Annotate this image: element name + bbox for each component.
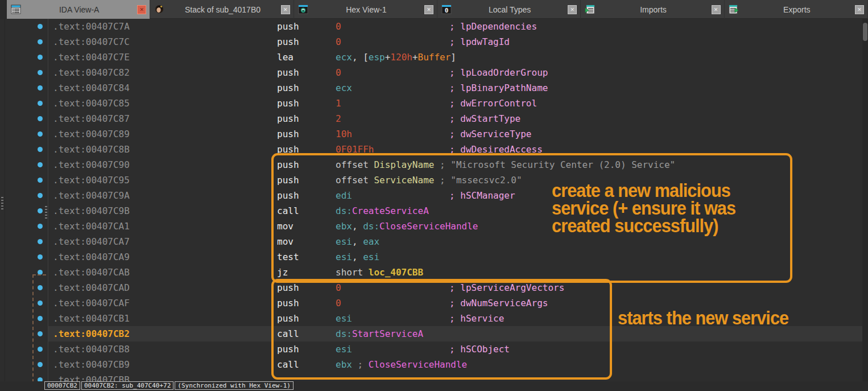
code-segment: , — [352, 221, 363, 232]
code-segment: CloseServiceHandle — [379, 221, 478, 232]
tab-label: Stack of sub_4017B0 — [164, 5, 280, 14]
code-segment: push — [277, 188, 336, 203]
status-sync-field: (Synchronized with Hex View-1) — [175, 381, 294, 390]
code-segment: ; — [352, 359, 369, 370]
address-label: .text:00407C89 — [53, 126, 130, 142]
code-segment: ecx — [336, 52, 352, 63]
nav-dot-icon — [38, 24, 43, 29]
address-label: .text:00407C84 — [53, 80, 130, 96]
instruction-code: push2 — [277, 111, 341, 126]
listing-row[interactable]: .text:00407C90pushoffset DisplayName ; "… — [0, 157, 862, 172]
listing-row[interactable]: .text:00407C7Eleaecx, [esp+120h+Buffer] — [0, 50, 862, 65]
close-icon[interactable]: ✕ — [281, 5, 290, 14]
code-segment: ] — [450, 52, 456, 63]
code-segment: push — [277, 295, 336, 311]
instruction-comment: ; dwDesiredAccess — [449, 142, 543, 157]
code-segment: esi — [336, 252, 352, 262]
listing-row[interactable]: .text:00407C87push2; dwStartType — [0, 111, 862, 126]
instruction-code: callds:CreateServiceA — [277, 203, 429, 219]
code-segment: push — [277, 341, 336, 357]
listing-row[interactable]: .text:00407C82push0; lpLoadOrderGroup — [0, 65, 862, 80]
code-segment: push — [277, 311, 336, 326]
listing-row[interactable]: .text:00407C7Apush0; lpDependencies — [0, 19, 862, 34]
close-icon[interactable]: ✕ — [568, 5, 577, 14]
listing-row[interactable]: .text:00407CB8pushesi; hSCObject — [0, 341, 862, 357]
tab-label: Exports — [739, 5, 855, 14]
instruction-code: push0 — [277, 65, 341, 80]
annotation-line: service (+ ensure it was — [552, 199, 735, 217]
code-segment: DisplayName — [374, 159, 434, 170]
svg-text:0: 0 — [445, 7, 449, 14]
instruction-code: pushesi — [277, 311, 352, 326]
code-segment: push — [277, 19, 336, 34]
tab-ida-view-a[interactable]: IDA View-A ✕ — [7, 0, 150, 19]
tab-imports[interactable]: Imports ✕ — [581, 0, 724, 19]
instruction-code: pushesi — [277, 341, 352, 357]
code-segment: esi — [363, 252, 379, 262]
code-segment: ecx — [336, 83, 352, 93]
listing-row[interactable]: .text:00407C89push10h; dwServiceType — [0, 126, 862, 142]
close-icon[interactable]: ✕ — [712, 5, 721, 14]
code-segment: push — [277, 142, 336, 157]
nav-dot-icon — [38, 101, 43, 106]
code-segment: ebx — [336, 359, 352, 370]
tab-label: Imports — [595, 5, 711, 14]
code-segment: , [ — [352, 52, 369, 63]
address-label: .text:00407C85 — [53, 96, 130, 111]
listing-row[interactable]: .text:00407CABjzshort loc_407CBB — [0, 265, 862, 280]
nav-dot-icon — [38, 285, 43, 290]
tabbar-lead-spacer — [0, 0, 7, 19]
code-segment: jz — [277, 265, 336, 280]
annotation-note-create-service: create a new malicious service (+ ensure… — [552, 182, 735, 234]
current-line-highlight — [48, 326, 862, 341]
listing-row[interactable]: .text:00407CB2callds:StartServiceA — [0, 326, 862, 341]
listing-row[interactable]: .text:00407CADpush0; lpServiceArgVectors — [0, 280, 862, 295]
code-segment: offset — [336, 159, 374, 170]
address-label: .text:00407CAD — [53, 280, 130, 295]
code-segment: + — [412, 52, 418, 63]
listing-row[interactable]: .text:00407C8Bpush0F01FFh; dwDesiredAcce… — [0, 142, 862, 157]
code-segment: push — [277, 157, 336, 172]
tab-stack-of-sub-4017b0[interactable]: Stack of sub_4017B0 ✕ — [150, 0, 294, 19]
nav-dot-icon — [38, 193, 43, 198]
vertical-scrollbar[interactable] — [862, 19, 868, 391]
address-label: .text:00407C87 — [53, 111, 130, 126]
tab-hex-view-1[interactable]: Hex View-1 ✕ — [294, 0, 437, 19]
instruction-code: leaecx, [esp+120h+Buffer] — [277, 50, 456, 65]
code-segment: ebx — [336, 221, 352, 232]
listing-row[interactable]: .text:00407CA9testesi, esi — [0, 249, 862, 265]
address-label: .text:00407CB9 — [53, 357, 130, 372]
code-segment: ; "mssecsvc2.0" — [434, 175, 522, 186]
stack-icon — [154, 5, 164, 14]
listing-row[interactable]: .text:00407C85push1; dwErrorControl — [0, 96, 862, 111]
listing-row[interactable]: .text:00407C84pushecx; lpBinaryPathName — [0, 80, 862, 96]
instruction-comment: ; lpDependencies — [449, 19, 537, 34]
scrollbar-thumb[interactable] — [863, 23, 867, 41]
nav-dot-icon — [38, 131, 43, 137]
listing-row[interactable]: .text:00407CA7movesi, eax — [0, 234, 862, 249]
code-segment: loc_407CBB — [369, 267, 423, 278]
tab-label: Hex View-1 — [308, 5, 424, 14]
code-segment: 0F01FFh — [336, 144, 374, 155]
instruction-comment: ; lpdwTagId — [449, 34, 510, 50]
instruction-code: pushecx — [277, 80, 352, 96]
nav-dot-icon — [38, 70, 43, 75]
code-segment: call — [277, 326, 336, 341]
nav-dot-icon — [38, 362, 43, 367]
close-icon[interactable]: ✕ — [137, 5, 146, 14]
close-icon[interactable]: ✕ — [855, 5, 864, 14]
tab-exports[interactable]: Exports ✕ — [725, 0, 868, 19]
instruction-code: movebx, ds:CloseServiceHandle — [277, 219, 478, 234]
instruction-code: push10h — [277, 126, 352, 142]
listing-row[interactable]: .text:00407C7Cpush0; lpdwTagId — [0, 34, 862, 50]
code-segment: edi — [336, 190, 352, 201]
instruction-comment: ; lpLoadOrderGroup — [449, 65, 548, 80]
listing-row[interactable]: .text:00407CB9callebx ; CloseServiceHand… — [0, 357, 862, 372]
instruction-comment: ; hSCObject — [449, 341, 510, 357]
code-segment: esi — [336, 236, 352, 247]
close-icon[interactable]: ✕ — [424, 5, 433, 14]
instruction-code: callebx ; CloseServiceHandle — [277, 357, 467, 372]
nav-dot-icon — [38, 254, 43, 260]
tab-local-types[interactable]: 0 Local Types ✕ — [437, 0, 581, 19]
status-address-field: 00007CB2 — [44, 381, 80, 390]
